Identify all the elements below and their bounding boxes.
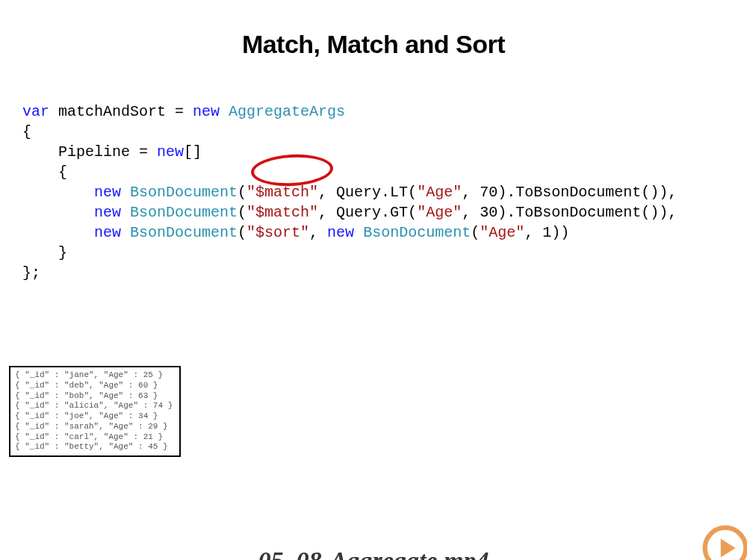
slide: Match, Match and Sort var matchAndSort =… — [0, 30, 747, 560]
svg-marker-1 — [721, 539, 736, 558]
code-line: new BsonDocument("$match", Query.GT("Age… — [22, 204, 677, 221]
sample-data-box: { "_id" : "jane", "Age" : 25 } { "_id" :… — [9, 366, 181, 457]
code-line: } — [22, 244, 67, 261]
video-filename: 05_08-Aggregate.mp4 — [258, 547, 489, 560]
code-line: new BsonDocument("$sort", new BsonDocume… — [22, 224, 569, 241]
code-line: { — [22, 164, 67, 181]
highlight-circle-annotation — [250, 152, 334, 188]
slide-title: Match, Match and Sort — [0, 30, 747, 59]
code-line: Pipeline = new[] — [22, 143, 202, 161]
code-line: var matchAndSort = new AggregateArgs — [22, 103, 345, 120]
code-block: var matchAndSort = new AggregateArgs { P… — [22, 81, 747, 323]
pluralsight-logo: pluralsight — [698, 525, 747, 560]
code-line: }; — [22, 264, 40, 281]
play-icon — [702, 525, 747, 560]
code-line: new BsonDocument("$match", Query.LT("Age… — [22, 184, 677, 201]
code-line: { — [22, 123, 31, 140]
